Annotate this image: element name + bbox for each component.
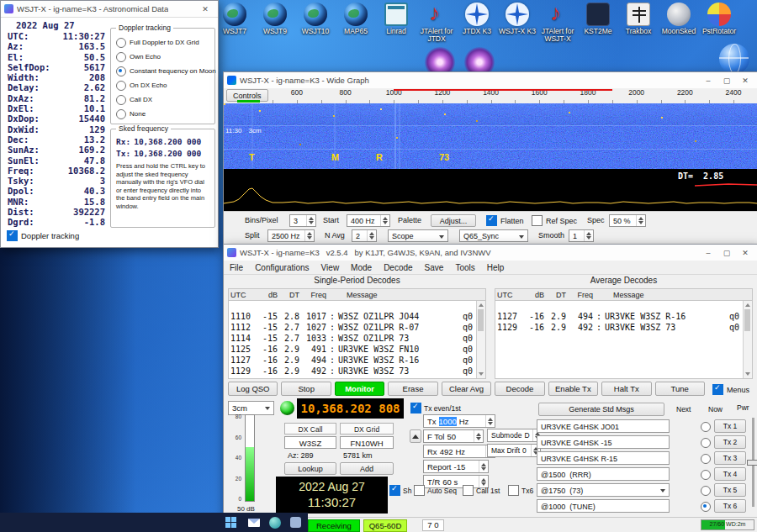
title-bar[interactable]: WSJT-X - ig-name=K3 v2.5.4 by K1JT, G4WJ… [224,245,757,261]
checkbox-icon[interactable] [389,485,400,496]
auto-seq-checkbox[interactable]: Auto Seq [414,485,457,496]
desktop-icon[interactable]: WSJT7 [214,2,255,43]
doppler-tracking-checkbox[interactable]: Doppler tracking [7,230,79,241]
doppler-option[interactable]: Full Doppler to DX Grid [116,35,213,50]
log-qso-button[interactable]: Log QSO [228,382,278,396]
tx-to-rx-button[interactable] [410,429,421,443]
tx1-message-field[interactable]: UR3VKE G4HSK JO01 [537,419,670,433]
flatten-checkbox[interactable]: Flatten [486,214,524,227]
tx5-button[interactable]: Tx 5 [714,483,746,497]
spinner-arrows[interactable] [306,215,314,226]
menu-item[interactable]: Tools [449,263,480,272]
menu-item[interactable]: Help [481,263,511,272]
radio-icon[interactable] [116,38,126,48]
ftol-spinner[interactable]: F Tol50 [423,429,484,443]
checkbox-icon[interactable] [508,485,519,496]
dx-grid-field[interactable]: FN10WH [340,436,394,449]
submode-spinner[interactable]: SubmodeD [487,429,537,442]
spec-spinner[interactable]: 50 % [609,214,646,227]
spinner-arrows[interactable] [636,215,643,226]
rx-freq-spinner[interactable]: Rx492Hz [423,445,495,458]
checkbox-icon[interactable] [712,384,723,395]
tx3-message-field[interactable]: UR3VKE G4HSK R-15 [537,451,670,465]
desktop-icon[interactable]: WSJT-X K3 [497,2,537,43]
generate-std-msgs-button[interactable]: Generate Std Msgs [538,403,664,416]
cat-status-led[interactable] [280,401,294,415]
menu-item[interactable]: Configurations [249,263,315,272]
desktop-icon[interactable]: JTDX K3 [457,2,497,43]
maximize-icon[interactable]: ▢ [717,74,736,87]
maximize-icon[interactable]: ▢ [717,246,736,260]
tune-button[interactable]: Tune [655,382,705,396]
decode-row[interactable]: 1110 -15 2.8 1017 : W3SZ OZ1LPR JO44 q0 [230,311,485,322]
desktop-icon[interactable]: MAP65 [336,2,376,43]
tx6-message-field[interactable]: @1000 (TUNE) [537,499,670,513]
report-spinner[interactable]: Report-15 [423,460,489,473]
scrollbar[interactable] [476,301,485,378]
minimize-icon[interactable]: – [699,246,717,260]
scope-combo[interactable]: Scope [388,229,448,242]
next-radio-tx2[interactable] [701,438,711,448]
desktop-icon[interactable]: JTAlert for WSJT-X [537,2,578,43]
decode-row[interactable]: 1129 -16 2.9 492 : UR3VKE W3SZ 73 q0 [497,322,752,333]
spinner-arrows[interactable] [367,230,374,241]
checkbox-icon[interactable] [463,485,474,496]
menu-item[interactable]: Decode [378,263,418,272]
desktop-icon[interactable]: WSJT9 [255,2,295,43]
call-1st-checkbox[interactable]: Call 1st [463,485,500,496]
doppler-option[interactable]: On DX Echo [116,78,213,92]
q65-sync-combo[interactable]: Q65_Sync [459,229,528,242]
doppler-option[interactable]: None [116,107,213,121]
checkbox-icon[interactable] [7,230,18,241]
scrollbar-thumb[interactable] [744,309,750,331]
desktop-icon[interactable]: JTAlert for JTDX [416,2,457,43]
stop-button[interactable]: Stop [281,382,331,396]
doppler-option[interactable]: Call DX [116,92,213,107]
sh-checkbox[interactable]: Sh [389,485,411,496]
tx2-button[interactable]: Tx 2 [714,435,746,449]
taskbar-app-3[interactable] [285,513,306,532]
decode-button[interactable]: Decode [495,382,544,396]
taskbar-app-2[interactable] [264,513,285,532]
desktop-icon[interactable]: MoonSked [659,2,699,43]
radio-icon[interactable] [116,52,126,62]
bins-spinner[interactable]: 3 [289,214,316,227]
tx6-button[interactable]: Tx 6 [714,499,746,513]
title-bar[interactable]: WSJT-X - ig-name=K3 - Astronomical Data … [1,1,218,18]
spinner-arrows[interactable] [485,415,493,427]
desktop-icon[interactable]: KST2Me [578,2,618,43]
checkbox-icon[interactable] [410,403,421,413]
tx2-message-field[interactable]: UR3VKE G4HSK -15 [537,435,670,449]
tx4-button[interactable]: Tx 4 [714,467,746,481]
menu-item[interactable]: View [315,263,346,272]
taskbar-app-1[interactable] [243,513,264,532]
radio-icon[interactable] [116,95,126,105]
spinner-arrows[interactable] [479,461,486,472]
next-radio-tx3[interactable] [701,454,711,464]
max-drift-spinner[interactable]: Max Drift0 [487,444,541,457]
close-icon[interactable]: ✕ [196,3,214,16]
tx6-checkbox[interactable]: Tx6 [508,485,533,496]
desktop-icon[interactable]: PstRotator [699,2,739,43]
desktop-icon[interactable]: Linrad [376,2,416,43]
menu-item[interactable]: File [224,263,249,272]
minimize-icon[interactable]: – [699,74,717,87]
spinner-arrows[interactable] [584,230,591,241]
next-radio-tx5[interactable] [701,486,711,496]
clear-avg-button[interactable]: Clear Avg [442,382,491,396]
add-button[interactable]: Add [340,462,394,475]
lookup-button[interactable]: Lookup [284,462,336,475]
desktop-icon[interactable]: WSJT10 [295,2,336,43]
monitor-button[interactable]: Monitor [335,382,384,396]
decode-row[interactable]: 1112 -15 2.7 1027 : W3SZ OZ1LPR R-07 q0 [230,322,485,333]
waterfall[interactable]: 11:303cm T M R 73 [224,103,757,169]
pwr-slider-handle[interactable] [747,460,757,466]
tx-freq-spinner[interactable]: Tx1000Hz [423,414,495,428]
erase-button[interactable]: Erase [388,382,437,396]
tx3-button[interactable]: Tx 3 [714,451,746,465]
smooth-spinner[interactable]: 1 [569,229,594,242]
menu-item[interactable]: Save [419,263,450,272]
start-spinner[interactable]: 400 Hz [347,214,390,227]
tx4-message-field[interactable]: @1500 (RRR) [537,467,670,481]
scrollbar[interactable] [743,301,752,378]
